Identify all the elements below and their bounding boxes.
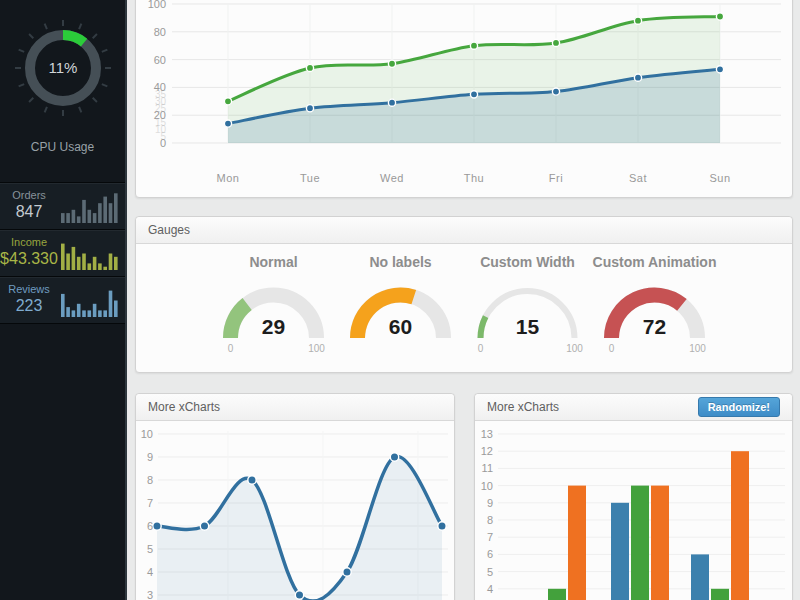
weekly-area-chart: 02040608010051015253035MonTueWedThuFriSa…: [136, 0, 792, 197]
spark-bar: [88, 310, 92, 317]
spark-bar: [72, 247, 76, 270]
spark-bar: [61, 244, 65, 270]
gauge-arc-chart: 60: [337, 272, 464, 358]
data-point: [248, 476, 256, 484]
dashboard-page: 11% CPU Usage Orders847Income$43.330Revi…: [0, 0, 800, 600]
stat-meta: Reviews223: [0, 277, 58, 323]
cpu-gauge-tick: [29, 98, 33, 102]
data-point-upper: [306, 64, 313, 71]
data-point-upper: [470, 42, 477, 49]
gauge-value-arc: [481, 317, 486, 338]
spark-bar: [82, 254, 86, 271]
spark-bar: [61, 213, 65, 223]
gauge-no-labels: No labels60: [337, 254, 464, 362]
cpu-gauge-tick: [101, 84, 107, 86]
y-tick-label: 9: [147, 451, 153, 463]
gauge-arc-chart: 150100: [464, 272, 591, 358]
bar-green: [548, 589, 566, 600]
cpu-gauge-tick: [101, 50, 107, 52]
data-point-upper: [634, 17, 641, 24]
spark-bar: [66, 307, 70, 317]
gauge-value-label: 72: [643, 315, 666, 338]
gauge-custom-width: Custom Width150100: [464, 254, 591, 362]
data-point-lower: [552, 88, 559, 95]
data-point: [295, 591, 303, 599]
spark-bar: [88, 263, 92, 270]
cpu-gauge-tick: [79, 107, 81, 113]
spark-bar: [93, 257, 97, 270]
data-point-lower: [634, 74, 641, 81]
spark-bar: [77, 216, 81, 223]
data-point-lower: [470, 91, 477, 98]
stat-sparkline: [61, 189, 121, 223]
y-tick-label: 100: [148, 0, 166, 10]
stat-value: $43.330: [0, 250, 58, 268]
randomize-button[interactable]: Randomize!: [698, 397, 780, 417]
data-point: [343, 568, 351, 576]
spark-bar: [98, 263, 102, 270]
spark-bar: [88, 210, 92, 223]
spark-bar: [61, 294, 65, 317]
stat-value: 847: [0, 203, 58, 221]
stat-sparkline: [61, 236, 121, 270]
spark-bar: [82, 200, 86, 223]
gauge-max-label: 100: [308, 343, 325, 354]
bar-chart-panel: More xCharts Randomize! 45678910111213: [474, 393, 793, 600]
spark-bar: [114, 257, 118, 270]
spark-bar: [103, 197, 107, 223]
bar-blue: [691, 554, 709, 600]
gauge-value-label: 29: [262, 315, 285, 338]
spark-bar: [66, 213, 70, 223]
spark-bar: [93, 304, 97, 317]
weekly-area-chart-panel: 02040608010051015253035MonTueWedThuFriSa…: [135, 0, 793, 198]
bar-chart: 45678910111213: [475, 421, 792, 600]
y-tick-label: 60: [154, 54, 166, 66]
spark-bar: [109, 203, 113, 223]
y-tick-label: 3: [147, 589, 153, 600]
gauges-panel-header: Gauges: [136, 217, 792, 244]
gauge-value-label: 15: [516, 315, 540, 338]
cpu-gauge-tick: [44, 107, 46, 113]
spark-bar: [77, 257, 81, 270]
data-point-lower: [224, 120, 231, 127]
spark-bar: [114, 193, 118, 223]
gauge-arc-chart: 290100: [210, 272, 337, 358]
sidebar-stats: Orders847Income$43.330Reviews223: [0, 182, 125, 324]
data-point: [390, 453, 398, 461]
spark-bar: [77, 304, 81, 317]
gauge-arc-chart: 720100: [591, 272, 718, 358]
cpu-caption: CPU Usage: [0, 140, 125, 154]
gauge-min-label: 0: [609, 343, 615, 354]
gauge-value-label: 60: [389, 315, 412, 338]
y-tick-label: 7: [147, 497, 153, 509]
cpu-value-label: 11%: [48, 59, 77, 76]
x-tick-label: Sat: [629, 172, 647, 184]
bar-orange: [568, 486, 586, 600]
data-point-upper: [388, 60, 395, 67]
gauges-panel: Gauges Normal290100No labels60Custom Wid…: [135, 216, 793, 373]
spark-bar: [114, 301, 118, 318]
bar-chart-panel-header: More xCharts Randomize!: [475, 394, 792, 421]
cpu-gauge-tick: [92, 34, 96, 38]
cpu-gauge-arc: [63, 35, 84, 43]
y-tick-ghost-label: 15: [155, 117, 167, 128]
y-tick-label: 6: [487, 548, 493, 560]
stat-meta: Income$43.330: [0, 230, 58, 276]
bar-blue: [611, 503, 629, 600]
sidebar: 11% CPU Usage Orders847Income$43.330Revi…: [0, 0, 127, 600]
bar-orange: [651, 486, 669, 600]
spark-bar: [82, 310, 86, 317]
gauge-max-label: 100: [689, 343, 706, 354]
x-tick-label: Tue: [300, 172, 320, 184]
y-tick-label: 6: [147, 520, 153, 532]
data-point: [200, 522, 208, 530]
data-point-lower: [716, 66, 723, 73]
spark-bar: [98, 203, 102, 223]
stat-label: Reviews: [0, 283, 58, 295]
spark-bar: [72, 210, 76, 223]
stat-label: Orders: [0, 189, 58, 201]
gauge-custom-animation: Custom Animation720100: [591, 254, 718, 362]
spark-bar: [109, 291, 113, 317]
line-chart-panel-title: More xCharts: [148, 400, 220, 414]
spark-bar: [98, 310, 102, 317]
